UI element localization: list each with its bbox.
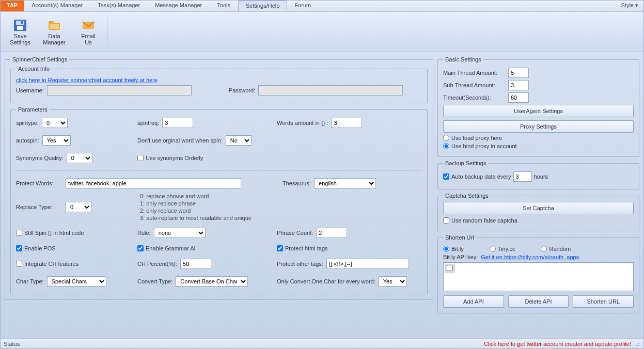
password-field[interactable] (258, 85, 403, 96)
auto-backup-hours-input[interactable] (513, 171, 532, 182)
synonyms-quality-label: Synonyms Quality: (16, 155, 64, 161)
integrate-ch-checkbox[interactable] (16, 261, 22, 267)
use-bind-proxy-label: Use bind proxy in account (451, 143, 517, 149)
useragent-settings-button[interactable]: UserAgent Settings (443, 105, 634, 117)
svg-rect-6 (50, 24, 59, 29)
bitly-radio[interactable] (443, 246, 449, 252)
status-text: Status (4, 341, 20, 347)
ch-percent-input[interactable] (180, 259, 211, 269)
api-entry-item[interactable] (445, 264, 455, 273)
account-info-legend: Account Info (16, 66, 52, 72)
use-load-proxy-radio[interactable] (443, 135, 449, 141)
menu-tools[interactable]: Tools (210, 1, 238, 11)
menu-settings-help[interactable]: Settings/Help (238, 1, 287, 11)
spintype-select[interactable]: 0 (42, 118, 68, 128)
captcha-settings-group: Captcha Settings Set Captcha Use random … (437, 193, 639, 231)
menu-forum[interactable]: Forum (287, 1, 319, 11)
api-list-box[interactable] (443, 262, 634, 291)
protect-other-tags-input[interactable] (326, 259, 409, 269)
replace-type-select[interactable]: 0 (66, 202, 91, 212)
only-convert-one-select[interactable]: Yes (379, 276, 407, 287)
floppy-disk-icon (12, 19, 28, 32)
enable-grammar-checkbox[interactable] (137, 245, 144, 251)
twitter-creator-link[interactable]: Click here to get twitter account creato… (484, 341, 631, 347)
svg-rect-3 (21, 21, 23, 24)
thesaurus-select[interactable]: english (314, 178, 376, 188)
save-label-1: Save (13, 33, 26, 39)
timeout-input[interactable] (508, 92, 529, 103)
ribbon-separator (107, 17, 107, 47)
timeout-label: Timeout(Seconds): (443, 94, 505, 101)
use-bind-proxy-radio[interactable] (443, 143, 449, 149)
email-label-1: Email (81, 33, 96, 39)
use-synonyms-orderly-checkbox[interactable] (137, 155, 144, 161)
integrate-ch-label: Integrate CH features (24, 261, 78, 267)
save-label-2: Settings (10, 39, 30, 45)
sub-thread-input[interactable] (508, 80, 529, 90)
tinycc-radio[interactable] (490, 246, 496, 252)
delete-api-button[interactable]: Delete API (508, 295, 569, 308)
dontuse-label: Don't use orginal word when spin: (137, 137, 223, 144)
register-spinnerchief-link[interactable]: click here to Register spinnerchief acco… (16, 77, 158, 83)
email-label-2: Us (85, 39, 91, 45)
rule-select[interactable]: none (154, 228, 206, 238)
replace-type-hints: 0: replace phrase and word 1: only repla… (140, 193, 252, 221)
convert-type-label: Convert Type: (137, 278, 172, 284)
random-radio[interactable] (541, 246, 547, 252)
main-thread-input[interactable] (508, 68, 529, 78)
save-settings-button[interactable]: SaveSettings (4, 14, 37, 50)
ch-percent-label: CH Percent(%): (137, 261, 177, 267)
protect-words-input[interactable] (66, 178, 241, 188)
protect-html-tags-checkbox[interactable] (277, 245, 283, 251)
words-amount-input[interactable] (331, 118, 362, 128)
autospin-select[interactable]: Yes (42, 135, 71, 146)
bitly-label: Bit.ly (451, 246, 464, 252)
menu-tasks[interactable]: Task(s) Manager (90, 1, 148, 11)
spinfreq-input[interactable] (162, 118, 193, 128)
set-captcha-button[interactable]: Set Captcha (443, 202, 634, 214)
bitly-oauth-link[interactable]: Get it on https://bitly.com/a/oauth_apps (481, 254, 579, 260)
shorten-url-button[interactable]: Shorten URL (573, 295, 634, 308)
synonyms-quality-select[interactable]: 0 (67, 153, 92, 163)
password-label: Password: (229, 87, 255, 93)
data-manager-button[interactable]: DataManager (38, 14, 71, 50)
data-label-2: Manager (43, 39, 65, 45)
menu-accounts[interactable]: Account(s) Manager (24, 1, 90, 11)
phrase-count-input[interactable] (316, 228, 347, 238)
resize-grip-icon[interactable] (633, 340, 640, 347)
menu-messages[interactable]: Message Manager (148, 1, 210, 11)
email-us-button[interactable]: EmailUs (72, 14, 105, 50)
backup-settings-group: Backup Settings Auto backup data every h… (437, 160, 639, 189)
parameters-legend: Parameters (16, 106, 50, 113)
parameters-group: Parameters spintype: 0 spinfreq: Words a… (10, 106, 428, 294)
thesaurus-label: Thesaurus: (282, 180, 311, 186)
shorten-url-legend: Shorten Url (443, 234, 476, 241)
enable-pos-checkbox[interactable] (16, 245, 22, 251)
convert-type-select[interactable]: Convert Base On Char (176, 276, 248, 287)
menu-bar: TAP Account(s) Manager Task(s) Manager M… (1, 1, 643, 12)
api-entry-checkbox[interactable] (447, 265, 453, 271)
folder-icon (46, 19, 62, 32)
add-api-button[interactable]: Add API (443, 295, 504, 308)
svg-rect-2 (17, 26, 23, 30)
dontuse-orig-select[interactable]: No (226, 135, 252, 146)
proxy-settings-button[interactable]: Proxy Settings (443, 120, 634, 133)
username-label: Username: (16, 87, 44, 93)
still-spin-html-checkbox[interactable] (16, 230, 22, 236)
shorten-url-group: Shorten Url Bit.ly Tiny.cc Random Bit.ly… (437, 234, 639, 313)
replace-type-label: Replace Type: (16, 204, 62, 210)
backup-settings-legend: Backup Settings (443, 160, 489, 166)
account-info-group: Account Info click here to Register spin… (10, 66, 428, 103)
enable-grammar-label: Enable Grammar AI (146, 245, 196, 251)
protect-other-tags-label: Protect other tags: (277, 261, 323, 267)
protect-html-tags-label: Protect html tags (285, 245, 328, 251)
tap-brand[interactable]: TAP (1, 1, 24, 11)
main-thread-label: Main Thread Amount: (443, 70, 505, 76)
char-type-select[interactable]: Special Chars (47, 276, 106, 287)
auto-backup-checkbox[interactable] (443, 173, 449, 180)
random-false-captcha-checkbox[interactable] (443, 217, 449, 224)
style-dropdown[interactable]: Style ▾ (616, 1, 643, 11)
random-false-captcha-label: Use random false captcha (451, 217, 517, 224)
username-field[interactable] (47, 85, 192, 96)
phrase-count-label: Phrase Count: (277, 230, 313, 236)
